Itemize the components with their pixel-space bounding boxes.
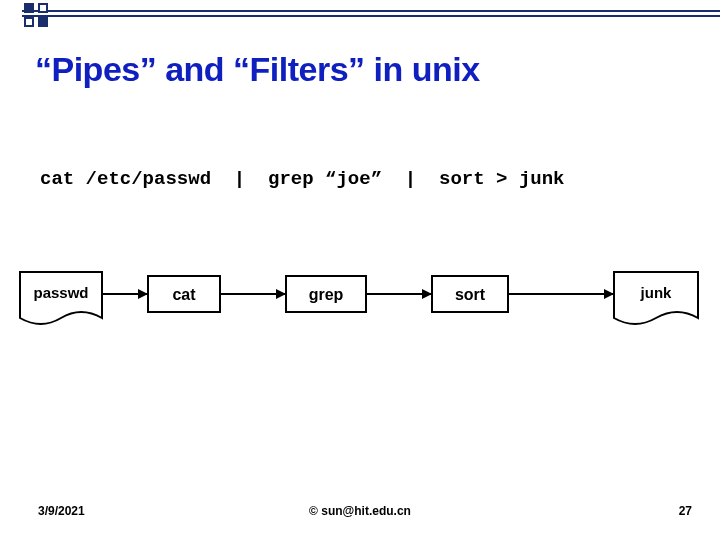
filter-box-sort: sort xyxy=(432,276,508,312)
output-doc-label: junk xyxy=(640,284,672,301)
filter-label-0: cat xyxy=(172,286,196,303)
slide-title: “Pipes” and “Filters” in unix xyxy=(35,50,480,89)
svg-marker-1 xyxy=(138,289,148,299)
command-line-text: cat /etc/passwd | grep “joe” | sort > ju… xyxy=(40,168,565,190)
footer-credit: © sun@hit.edu.cn xyxy=(309,504,411,518)
input-doc-icon: passwd xyxy=(20,272,102,324)
output-doc-icon: junk xyxy=(614,272,698,324)
pipeline-diagram: passwd cat grep sort junk xyxy=(18,270,702,350)
filter-box-cat: cat xyxy=(148,276,220,312)
footer-page-number: 27 xyxy=(679,504,692,518)
input-doc-label: passwd xyxy=(33,284,88,301)
svg-marker-4 xyxy=(276,289,286,299)
footer-date: 3/9/2021 xyxy=(38,504,85,518)
decorative-header xyxy=(0,0,720,28)
svg-marker-10 xyxy=(604,289,614,299)
slide-footer: 3/9/2021 © sun@hit.edu.cn 27 xyxy=(0,504,720,528)
svg-marker-7 xyxy=(422,289,432,299)
filter-label-1: grep xyxy=(309,286,344,303)
filter-label-2: sort xyxy=(455,286,486,303)
filter-box-grep: grep xyxy=(286,276,366,312)
